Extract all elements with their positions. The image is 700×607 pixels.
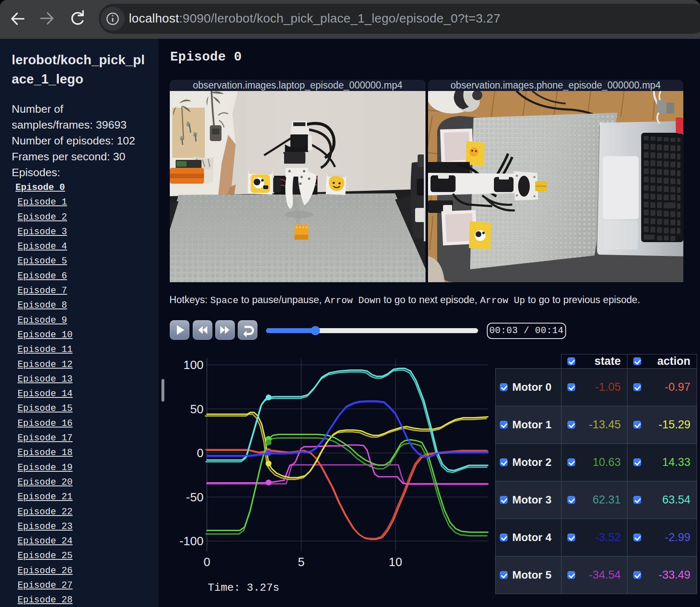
svg-text:-100: -100 <box>179 534 204 548</box>
svg-text:50: 50 <box>190 402 204 416</box>
svg-text:0: 0 <box>204 555 210 569</box>
svg-text:Time: 3.27s: Time: 3.27s <box>208 582 279 594</box>
svg-text:0: 0 <box>197 446 204 460</box>
svg-text:5: 5 <box>298 555 305 569</box>
svg-text:-50: -50 <box>186 491 204 504</box>
svg-text:100: 100 <box>184 358 204 372</box>
svg-text:10: 10 <box>389 555 402 569</box>
